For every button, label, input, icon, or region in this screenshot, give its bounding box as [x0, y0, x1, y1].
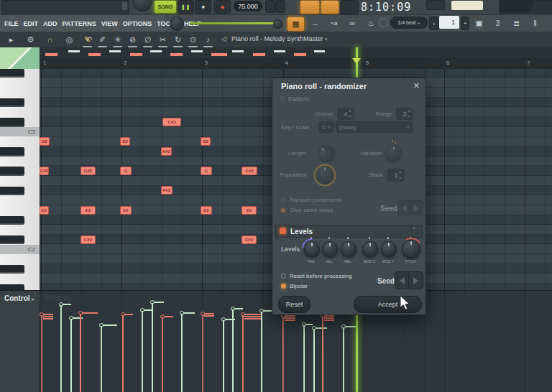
pattern-number-display[interactable]: 1 [439, 16, 459, 29]
note-E2[interactable]: E2 [40, 206, 49, 215]
menu-item-patterns[interactable]: PATTERNS [63, 20, 96, 27]
black-key-G#2[interactable] [0, 167, 24, 176]
playhead-marker[interactable] [352, 58, 361, 64]
note-F#2[interactable]: F#2 [161, 186, 172, 195]
record-button[interactable]: ● [214, 0, 231, 14]
pattern-plus-button[interactable]: + [461, 17, 469, 30]
random-portamento-led[interactable] [281, 198, 285, 202]
song-mode-button[interactable]: SONG [154, 0, 177, 14]
stop-button[interactable]: ■ [195, 0, 211, 14]
note-G#2[interactable]: G#2 [40, 167, 49, 175]
glue-same-notes-led[interactable] [281, 208, 285, 213]
level-knob-mod-x[interactable] [362, 241, 378, 257]
metronome-icon[interactable] [379, 18, 388, 27]
tempo-display[interactable]: 75.000 [234, 1, 262, 11]
range-spinner[interactable]: 3 [396, 108, 413, 120]
velocity-stem[interactable] [70, 319, 72, 392]
black-key-F#2[interactable] [0, 187, 24, 196]
black-key-C#3[interactable] [0, 118, 24, 127]
menu-arrow-button[interactable]: ▸ [3, 33, 19, 47]
levels-seed-next-button[interactable] [408, 271, 423, 289]
note-E2[interactable]: E2 [120, 206, 132, 215]
pattern-blocks-button[interactable]: ≣ [508, 17, 525, 30]
note-G#2[interactable]: G [120, 167, 132, 175]
master-pitch-knob[interactable] [170, 17, 184, 31]
black-key-D#2[interactable] [0, 216, 24, 225]
note-C#3[interactable]: C#3 [162, 118, 181, 126]
black-key-A#2[interactable] [0, 147, 24, 157]
population-knob[interactable] [316, 166, 334, 185]
snap-selector[interactable]: 1/4 beat ▸ [390, 17, 428, 29]
metronome-button[interactable] [300, 0, 320, 14]
mute-tool-button[interactable]: ∅ [141, 33, 155, 46]
note-G#2[interactable]: G [201, 167, 212, 175]
channel-speaker-icon[interactable]: ◁ [221, 35, 226, 42]
key-label-C3[interactable]: C3 [0, 127, 40, 137]
velocity-stem[interactable] [122, 315, 124, 392]
reset-button[interactable]: Reset [278, 296, 310, 313]
slice-tool-button[interactable]: ✂ [156, 33, 170, 46]
bipolar-led[interactable] [281, 284, 286, 289]
time-display[interactable]: 8:10:09 [361, 1, 411, 14]
note-B2[interactable]: B2 [40, 137, 50, 146]
menu-item-view[interactable]: VIEW [101, 20, 118, 27]
note-E2[interactable]: E2 [201, 206, 212, 215]
picture-detach-button[interactable]: ▣ [471, 17, 487, 30]
variation-knob[interactable] [385, 145, 402, 162]
magnet-snap-button[interactable]: ∩ [42, 33, 58, 47]
level-knob-vel[interactable] [322, 241, 338, 257]
control-lane-selector[interactable]: Control ▸ [4, 294, 34, 302]
piano-roll-corner[interactable] [0, 47, 40, 69]
zoom-tool-button[interactable]: ⊙ [186, 33, 200, 46]
note-E2[interactable]: E2 [242, 206, 257, 215]
pattern-up-button[interactable] [265, 0, 275, 13]
target-button[interactable]: ◎ [61, 33, 78, 47]
recording-countdown-button[interactable] [321, 0, 339, 14]
piano-roll-title[interactable]: Piano roll - Melody SynthMaster ▾ [231, 35, 328, 42]
timeline[interactable]: 1234567 [0, 57, 552, 70]
pause-button[interactable]: ❚❚ [178, 0, 194, 14]
menu-item-edit[interactable]: EDIT [24, 20, 39, 27]
levels-enable-led[interactable] [280, 228, 286, 234]
piano-roll-view-button[interactable]: ▦ [287, 17, 305, 32]
paint-sequence-tool-button[interactable]: ✳ [111, 33, 124, 46]
portamento-link-button[interactable]: ∞ [344, 17, 361, 30]
event-editor-button[interactable]: 3 [489, 17, 506, 30]
menu-item-file[interactable]: FILE [4, 20, 19, 27]
pattern-seed-next-button[interactable] [410, 200, 423, 215]
note-B2[interactable]: B2 [120, 137, 130, 146]
black-key-C#2[interactable] [0, 235, 24, 245]
stack-spinner[interactable]: 1 [387, 169, 405, 182]
piano-keyboard[interactable]: C3C2 [0, 69, 40, 290]
playback-tool-button[interactable]: ♪ [201, 33, 215, 46]
level-knob-mod-y[interactable] [381, 241, 397, 257]
levels-seed-prev-button[interactable] [395, 271, 410, 289]
velocity-stem[interactable] [152, 303, 153, 392]
paint-tool-button[interactable]: ✐ [96, 33, 109, 46]
pattern-down-button[interactable] [275, 0, 285, 13]
note-B2[interactable]: B2 [201, 137, 211, 146]
note-preview-strip[interactable] [0, 47, 552, 57]
mixer-button[interactable]: ‖ [527, 17, 543, 30]
black-key-D#3[interactable] [0, 98, 24, 108]
shuffle-slider[interactable] [190, 22, 280, 24]
octave-spinner[interactable]: 4 [337, 108, 354, 120]
main-volume-knob[interactable] [132, 0, 152, 11]
slide-notes-button[interactable]: ↝ [326, 17, 342, 30]
pencil-tool-button[interactable]: ✎ [80, 33, 94, 46]
wait-for-input-button[interactable] [340, 0, 359, 14]
velocity-stem[interactable] [232, 309, 234, 392]
stamp-button[interactable]: ♨ [363, 17, 380, 30]
menu-item-add[interactable]: ADD [43, 20, 58, 27]
menu-item-options[interactable]: OPTIONS [123, 20, 152, 27]
note-G#2[interactable]: G#2 [80, 167, 96, 175]
level-knob-rel[interactable] [341, 241, 356, 257]
delete-tool-button[interactable]: ⊘ [126, 33, 139, 46]
arrow-next-button[interactable]: → [307, 17, 323, 30]
key-label-C2[interactable]: C2 [0, 245, 40, 255]
loop-tool-button[interactable]: ↻ [171, 33, 185, 46]
pattern-enable-led[interactable] [280, 96, 285, 101]
note-E2[interactable]: E2 [80, 206, 96, 215]
note-G#2[interactable]: G#2 [242, 167, 257, 175]
dialog-close-button[interactable]: ✕ [413, 81, 420, 90]
